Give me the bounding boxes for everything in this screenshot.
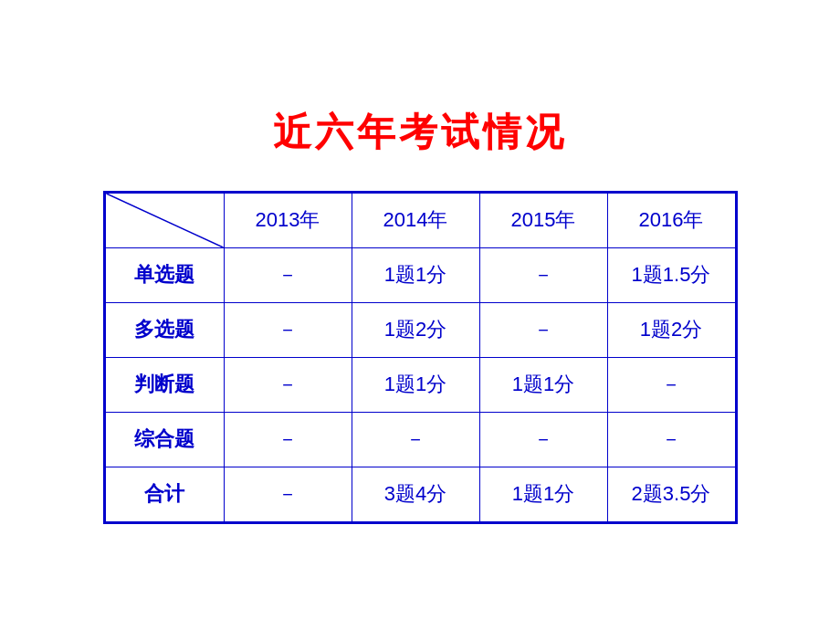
col-header-2014: 2014年 <box>352 193 479 247</box>
cell-1-1: 1题2分 <box>352 302 479 357</box>
cell-0-2: － <box>479 247 607 302</box>
cell-2-1: 1题1分 <box>352 357 479 412</box>
col-header-2015: 2015年 <box>479 193 607 247</box>
cell-3-3: － <box>607 412 735 467</box>
exam-table-wrapper: 2013年 2014年 2015年 2016年 单选题－1题1分－1题1.5分多… <box>103 191 738 524</box>
cell-1-3: 1题2分 <box>607 302 735 357</box>
col-header-2013: 2013年 <box>224 193 352 247</box>
cell-0-0: － <box>224 247 352 302</box>
table-row: 综合题－－－－ <box>105 412 735 467</box>
cell-3-2: － <box>479 412 607 467</box>
cell-0-1: 1题1分 <box>352 247 479 302</box>
cell-0-3: 1题1.5分 <box>607 247 735 302</box>
cell-4-1: 3题4分 <box>352 467 479 521</box>
cell-3-0: － <box>224 412 352 467</box>
col-header-2016: 2016年 <box>607 193 735 247</box>
row-label-2: 判断题 <box>105 357 224 412</box>
table-row: 合计－3题4分1题1分2题3.5分 <box>105 467 735 521</box>
cell-4-2: 1题1分 <box>479 467 607 521</box>
cell-4-3: 2题3.5分 <box>607 467 735 521</box>
row-label-3: 综合题 <box>105 412 224 467</box>
cell-1-0: － <box>224 302 352 357</box>
row-label-4: 合计 <box>105 467 224 521</box>
cell-1-2: － <box>479 302 607 357</box>
row-label-1: 多选题 <box>105 302 224 357</box>
cell-3-1: － <box>352 412 479 467</box>
row-label-0: 单选题 <box>105 247 224 302</box>
table-row: 判断题－1题1分1题1分－ <box>105 357 735 412</box>
exam-table: 2013年 2014年 2015年 2016年 单选题－1题1分－1题1.5分多… <box>105 193 736 522</box>
table-row: 单选题－1题1分－1题1.5分 <box>105 247 735 302</box>
cell-2-0: － <box>224 357 352 412</box>
table-row: 多选题－1题2分－1题2分 <box>105 302 735 357</box>
cell-4-0: － <box>224 467 352 521</box>
svg-line-0 <box>106 194 223 247</box>
page-title: 近六年考试情况 <box>273 107 567 158</box>
corner-cell <box>105 193 224 247</box>
cell-2-3: － <box>607 357 735 412</box>
cell-2-2: 1题1分 <box>479 357 607 412</box>
